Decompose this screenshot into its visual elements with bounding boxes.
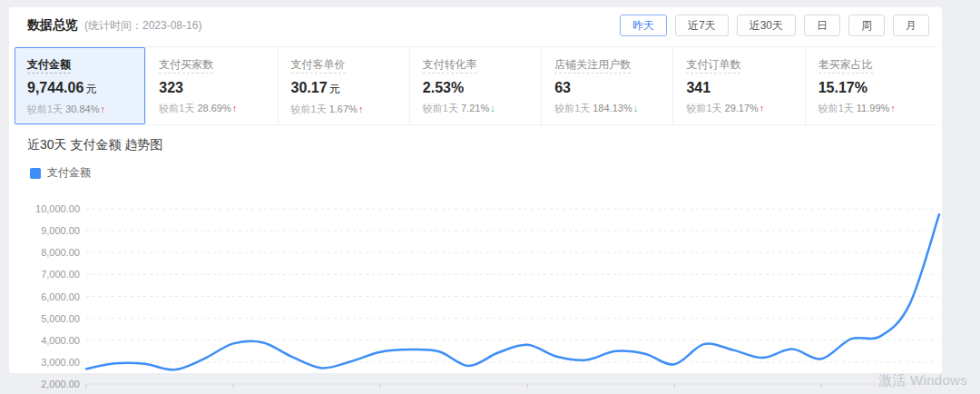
metric-value: 9,744.06元 [27, 80, 140, 97]
metric-value: 63 [554, 80, 667, 96]
legend-label: 支付金额 [47, 165, 91, 181]
metric-compare: 较前1天28.69%↑ [159, 102, 271, 115]
legend-item-payment-amount[interactable]: 支付金额 [30, 165, 91, 181]
data-overview-panel: 数据总览 (统计时间：2023-08-16) 昨天近7天近30天日周月 支付金额… [9, 7, 942, 373]
arrow-up-icon: ↑ [358, 103, 364, 114]
stat-time-label: (统计时间：2023-08-16) [84, 18, 201, 34]
change-percent: 1.67% [329, 103, 358, 114]
metric-card-6[interactable]: 支付订单数341较前1天29.17%↑ [673, 47, 805, 124]
metric-value: 2.53% [423, 80, 535, 96]
y-axis-tick-label: 2,000.00 [41, 379, 80, 389]
compare-label: 较前1天 [423, 103, 458, 113]
metric-compare: 较前1天29.17%↑ [686, 102, 799, 115]
metric-compare: 较前1天11.99%↑ [818, 102, 931, 115]
metric-title: 支付订单数 [686, 59, 740, 74]
y-axis-tick-label: 9,000.00 [41, 225, 80, 236]
y-axis-tick-label: 3,000.00 [41, 356, 80, 367]
trend-chart[interactable]: 2,000.003,000.004,000.005,000.006,000.00… [27, 187, 942, 394]
change-percent: 29.17% [725, 103, 759, 113]
metric-title: 支付客单价 [291, 59, 346, 74]
metric-title: 支付金额 [27, 59, 71, 74]
date-range-toolbar: 昨天近7天近30天日周月 [620, 15, 929, 36]
y-axis-tick-label: 10,000.00 [35, 203, 80, 214]
metric-value: 323 [159, 80, 271, 96]
metric-title: 店铺关注用户数 [554, 59, 631, 74]
metric-card-1[interactable]: 支付金额9,744.06元较前1天30.84%↑ [15, 47, 146, 124]
metric-compare: 较前1天7.21%↓ [423, 102, 535, 115]
arrow-up-icon: ↑ [232, 103, 238, 113]
metric-unit: 元 [85, 83, 96, 95]
compare-label: 较前1天 [159, 103, 194, 113]
change-percent: 184.13% [593, 103, 632, 113]
metric-card-7[interactable]: 老买家占比15.17%较前1天11.99%↑ [806, 47, 936, 124]
chart-title: 近30天 支付金额 趋势图 [27, 137, 942, 153]
metric-title: 老买家占比 [818, 59, 873, 74]
change-percent: 30.84% [65, 103, 99, 114]
metric-cards-row: 支付金额9,744.06元较前1天30.84%↑支付买家数323较前1天28.6… [15, 46, 936, 125]
metric-card-4[interactable]: 支付转化率2.53%较前1天7.21%↓ [410, 47, 542, 124]
arrow-up-icon: ↑ [100, 103, 105, 114]
range-button-4[interactable]: 日 [804, 15, 840, 36]
range-button-1[interactable]: 昨天 [620, 15, 667, 36]
change-percent: 28.69% [197, 103, 230, 113]
y-axis-tick-label: 6,000.00 [41, 291, 80, 301]
trend-chart-canvas: 2,000.003,000.004,000.005,000.006,000.00… [27, 187, 942, 394]
page-title: 数据总览 [27, 17, 78, 34]
metric-value: 341 [686, 80, 799, 96]
y-axis-tick-label: 7,000.00 [41, 269, 80, 280]
metric-card-3[interactable]: 支付客单价30.17元较前1天1.67%↑ [279, 47, 410, 124]
y-axis-tick-label: 8,000.00 [41, 247, 80, 258]
compare-label: 较前1天 [686, 103, 721, 113]
arrow-up-icon: ↑ [890, 103, 896, 113]
y-axis-tick-label: 4,000.00 [41, 334, 80, 345]
range-button-6[interactable]: 月 [893, 15, 929, 36]
compare-label: 较前1天 [27, 103, 63, 114]
arrow-up-icon: ↑ [760, 103, 765, 113]
range-button-3[interactable]: 近30天 [737, 15, 796, 36]
metric-card-5[interactable]: 店铺关注用户数63较前1天184.13%↓ [542, 47, 673, 124]
y-axis-tick-label: 5,000.00 [41, 312, 80, 323]
compare-label: 较前1天 [818, 103, 854, 113]
payment-amount-line-series [86, 214, 939, 369]
metric-compare: 较前1天30.84%↑ [27, 103, 140, 116]
metric-title: 支付转化率 [423, 59, 477, 74]
header-title-group: 数据总览 (统计时间：2023-08-16) [27, 17, 201, 34]
change-percent: 7.21% [461, 103, 489, 113]
windows-activation-watermark: 激活 Windows [878, 372, 967, 389]
metric-card-2[interactable]: 支付买家数323较前1天28.69%↑ [146, 47, 278, 124]
arrow-down-icon: ↓ [633, 103, 639, 113]
range-button-5[interactable]: 周 [848, 15, 885, 36]
metric-title: 支付买家数 [159, 59, 213, 74]
range-button-2[interactable]: 近7天 [675, 15, 729, 36]
metric-value: 15.17% [818, 80, 931, 96]
panel-header: 数据总览 (统计时间：2023-08-16) 昨天近7天近30天日周月 [9, 7, 942, 42]
compare-label: 较前1天 [554, 103, 590, 113]
metric-unit: 元 [329, 83, 340, 95]
metric-compare: 较前1天184.13%↓ [554, 102, 667, 115]
metric-compare: 较前1天1.67%↑ [291, 103, 404, 116]
chart-section: 近30天 支付金额 趋势图 支付金额 2,000.003,000.004,000… [9, 125, 942, 394]
change-percent: 11.99% [857, 103, 890, 113]
metric-value: 30.17元 [291, 80, 404, 97]
compare-label: 较前1天 [291, 103, 327, 114]
legend-swatch-icon [30, 168, 41, 179]
arrow-down-icon: ↓ [490, 103, 495, 113]
